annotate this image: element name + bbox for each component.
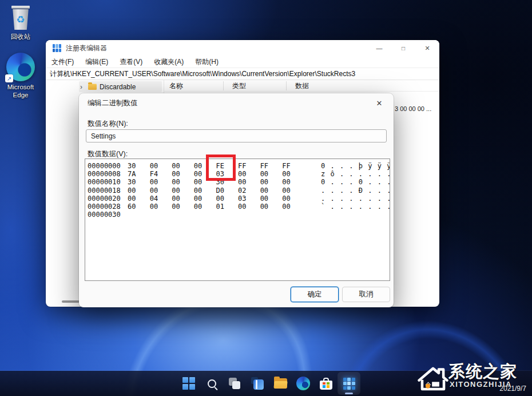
regedit-taskbar-button[interactable]: [338, 372, 360, 395]
taskbar-clock[interactable]: 2021/9/7: [499, 385, 526, 393]
widgets-button[interactable]: [246, 372, 269, 395]
hex-byte[interactable]: D0: [209, 187, 231, 195]
hex-offset: 00000028: [88, 203, 121, 211]
hex-byte[interactable]: FF: [231, 162, 253, 170]
tree-item-discardable[interactable]: › Discardable: [79, 81, 162, 92]
hex-row: 000000200004000000030000. . . . . . . .: [88, 195, 390, 203]
column-header-name[interactable]: 名称: [169, 80, 183, 92]
column-header-type[interactable]: 类型: [232, 80, 246, 92]
start-button[interactable]: [177, 372, 200, 395]
taskbar-center: [177, 372, 360, 395]
hex-byte[interactable]: 01: [209, 203, 231, 211]
hex-byte[interactable]: 30: [121, 178, 143, 186]
hex-byte[interactable]: 00: [209, 195, 231, 203]
hex-ascii: . . . . Ð . . .: [321, 187, 390, 195]
hex-row: 0000001800000000D0020000. . . . Ð . . .: [88, 187, 390, 195]
hex-byte[interactable]: 00: [187, 187, 209, 195]
hex-byte[interactable]: 00: [187, 162, 209, 170]
hex-byte[interactable]: 30: [121, 162, 143, 170]
window-title: 注册表编辑器: [66, 43, 107, 53]
menu-item[interactable]: 帮助(H): [195, 57, 219, 67]
hex-byte[interactable]: 00: [275, 203, 297, 211]
menu-item[interactable]: 文件(F): [51, 57, 74, 67]
hex-byte[interactable]: 7A: [121, 170, 143, 178]
task-view-button[interactable]: [223, 372, 246, 395]
hex-byte[interactable]: 03: [231, 195, 253, 203]
close-button[interactable]: ✕: [415, 40, 439, 56]
edit-binary-value-dialog: 编辑二进制数值 ✕ 数值名称(N): 数值数据(V): 000000003000…: [79, 93, 394, 307]
hex-byte[interactable]: 00: [165, 178, 187, 186]
hex-byte[interactable]: FF: [253, 162, 276, 170]
hex-ascii: 0 . . . 0 . . .: [321, 178, 390, 186]
hex-byte[interactable]: 00: [165, 170, 187, 178]
hex-byte[interactable]: 00: [121, 195, 143, 203]
hex-byte[interactable]: 00: [187, 178, 209, 186]
regedit-icon: [343, 378, 355, 390]
hex-byte[interactable]: 02: [231, 187, 253, 195]
minimize-button[interactable]: —: [367, 40, 391, 56]
maximize-button[interactable]: □: [391, 40, 415, 56]
task-view-icon: [228, 377, 241, 390]
hex-byte[interactable]: 00: [275, 170, 297, 178]
hex-byte[interactable]: 00: [275, 178, 297, 186]
hex-byte[interactable]: 00: [165, 203, 187, 211]
hex-byte[interactable]: 00: [165, 162, 187, 170]
hex-offset: 00000030: [88, 211, 121, 219]
hex-byte[interactable]: 00: [253, 195, 276, 203]
store-button[interactable]: [315, 372, 338, 395]
hex-byte[interactable]: 00: [187, 170, 209, 178]
hex-byte[interactable]: 00: [275, 195, 297, 203]
hex-byte[interactable]: 00: [231, 203, 253, 211]
search-button[interactable]: [200, 372, 223, 395]
windows-start-icon: [182, 377, 195, 390]
dialog-close-icon[interactable]: ✕: [371, 96, 388, 110]
hex-byte[interactable]: 00: [143, 178, 165, 186]
shortcut-arrow-icon: ↗: [5, 74, 13, 82]
hex-byte[interactable]: 00: [253, 187, 276, 195]
hex-byte[interactable]: 00: [253, 203, 276, 211]
hex-byte[interactable]: 30: [209, 178, 231, 186]
hex-byte[interactable]: 00: [143, 203, 165, 211]
hex-byte[interactable]: 60: [121, 203, 143, 211]
file-explorer-button[interactable]: [269, 372, 292, 395]
hex-byte[interactable]: 00: [253, 170, 276, 178]
hex-byte[interactable]: 00: [165, 187, 187, 195]
chevron-right-icon[interactable]: ›: [80, 84, 85, 90]
hex-byte[interactable]: 00: [121, 187, 143, 195]
hex-ascii: . . . . . . . .: [321, 195, 390, 203]
hex-byte[interactable]: 00: [253, 178, 276, 186]
regedit-titlebar[interactable]: 注册表编辑器 — □ ✕: [46, 40, 439, 56]
hex-byte[interactable]: 00: [143, 162, 165, 170]
edge-button[interactable]: [292, 372, 315, 395]
hex-byte[interactable]: 00: [187, 195, 209, 203]
hex-byte[interactable]: FE: [209, 162, 231, 170]
hex-byte[interactable]: 00: [275, 187, 297, 195]
hex-editor[interactable]: 0000000030000000FEFFFFFF0 . . . þ ÿ ÿ ÿ0…: [85, 159, 390, 281]
cancel-button[interactable]: 取消: [342, 287, 390, 302]
hex-byte[interactable]: 04: [143, 195, 165, 203]
desktop-icon-recycle-bin[interactable]: ♻ 回收站: [0, 5, 41, 41]
hex-byte[interactable]: 03: [209, 170, 231, 178]
hex-offset: 00000000: [88, 162, 121, 170]
tray-chevron-up-icon[interactable]: [426, 382, 431, 387]
hex-byte[interactable]: 00: [165, 195, 187, 203]
file-explorer-icon: [274, 378, 287, 389]
hex-byte[interactable]: 00: [187, 203, 209, 211]
menu-item[interactable]: 收藏夹(A): [154, 57, 184, 67]
hex-byte[interactable]: 00: [231, 178, 253, 186]
hex-byte[interactable]: FF: [275, 162, 297, 170]
hex-byte[interactable]: 00: [143, 187, 165, 195]
ok-button[interactable]: 确定: [291, 287, 339, 302]
hex-byte[interactable]: F4: [143, 170, 165, 178]
microsoft-store-icon: [320, 378, 332, 390]
address-bar[interactable]: 计算机\HKEY_CURRENT_USER\Software\Microsoft…: [46, 68, 439, 80]
column-header-data[interactable]: 数据: [295, 80, 309, 92]
menu-item[interactable]: 查看(V): [120, 57, 142, 67]
hex-byte[interactable]: 00: [231, 170, 253, 178]
search-icon: [208, 379, 216, 388]
menu-item[interactable]: 编辑(E): [85, 57, 108, 67]
desktop-icon-edge[interactable]: ↗ Microsoft Edge: [0, 53, 41, 100]
desktop-icon-label: 回收站: [0, 33, 41, 41]
hex-row: 0000000030000000FEFFFFFF0 . . . þ ÿ ÿ ÿ: [88, 162, 390, 170]
value-name-input[interactable]: [86, 129, 387, 142]
